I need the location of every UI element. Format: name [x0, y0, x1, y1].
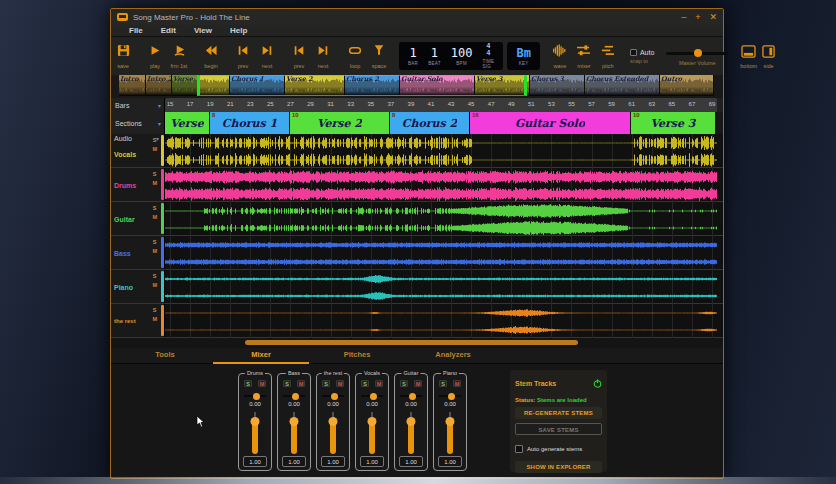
section-chorus-1[interactable]: 8Chorus 1 [210, 112, 290, 134]
bars-header[interactable]: Bars ▾ [111, 98, 165, 112]
from-first-button[interactable]: frm 1st [170, 43, 188, 69]
pan-knob[interactable] [448, 393, 455, 400]
pan-slider[interactable] [400, 395, 422, 397]
volume-fader-knob[interactable] [368, 417, 377, 426]
track-solo-button[interactable]: S [153, 239, 157, 245]
tab-analyzers[interactable]: Analyzers [405, 348, 501, 364]
tab-pitches[interactable]: Pitches [309, 348, 405, 364]
track-header[interactable]: BassSM [111, 236, 165, 269]
track-mute-button[interactable]: M [152, 282, 157, 288]
close-button[interactable]: ✕ [709, 13, 717, 22]
channel-mute-button[interactable]: M [258, 380, 266, 387]
channel-solo-button[interactable]: S [322, 380, 330, 387]
track-solo-button[interactable]: S [153, 205, 157, 211]
song-overview[interactable]: IntroIntro 2Verse 1Chorus 1Verse 2Chorus… [119, 75, 714, 96]
track-header[interactable]: DrumsSM [111, 168, 165, 201]
audio-group-header[interactable]: Audio ▾ [114, 135, 162, 142]
pan-slider[interactable] [439, 395, 461, 397]
menu-item-view[interactable]: View [194, 26, 212, 35]
loop-button[interactable]: loop [346, 43, 364, 69]
overview-segment[interactable]: Chorus Extended [585, 75, 660, 96]
menu-item-file[interactable]: File [129, 26, 143, 35]
volume-fader-knob[interactable] [290, 417, 299, 426]
timeline-scrollbar-track[interactable] [111, 338, 723, 348]
section-chorus-2[interactable]: 8Chorus 2 [390, 112, 470, 134]
bar-ruler[interactable]: 1517192123252729313335373941434547495153… [165, 98, 717, 112]
show-in-explorer-button[interactable]: SHOW IN EXPLORER [515, 461, 602, 473]
tab-tools[interactable]: Tools [117, 348, 213, 364]
track-lane[interactable] [165, 236, 717, 269]
channel-solo-button[interactable]: S [283, 380, 291, 387]
overview-segment[interactable] [200, 75, 230, 96]
track-mute-button[interactable]: M [152, 214, 157, 220]
track-lane[interactable] [165, 168, 717, 201]
channel-solo-button[interactable]: S [361, 380, 369, 387]
pan-knob[interactable] [331, 393, 338, 400]
volume-fader-knob[interactable] [329, 417, 338, 426]
menu-item-help[interactable]: Help [230, 26, 247, 35]
track-mute-button[interactable]: M [152, 248, 157, 254]
regenerate-stems-button[interactable]: RE-GENERATE STEMS [515, 407, 602, 419]
volume-fader-knob[interactable] [251, 417, 260, 426]
pan-slider[interactable] [283, 395, 305, 397]
overview-segment[interactable]: Chorus 1 [230, 75, 285, 96]
channel-mute-button[interactable]: M [453, 380, 461, 387]
pan-knob[interactable] [253, 393, 260, 400]
track-lane[interactable] [165, 134, 717, 167]
overview-segment[interactable]: Intro [119, 75, 146, 96]
pan-slider[interactable] [244, 395, 266, 397]
space-button[interactable]: space [370, 43, 388, 69]
overview-segment[interactable]: Verse 3 [475, 75, 530, 96]
channel-mute-button[interactable]: M [297, 380, 305, 387]
channel-mute-button[interactable]: M [414, 380, 422, 387]
channel-solo-button[interactable]: S [244, 380, 252, 387]
wave-view-button[interactable]: wave [551, 43, 569, 69]
track-solo-button[interactable]: S [153, 171, 157, 177]
channel-mute-button[interactable]: M [375, 380, 383, 387]
overview-segment[interactable]: Outro [660, 75, 714, 96]
channel-solo-button[interactable]: S [400, 380, 408, 387]
section-verse-3[interactable]: 10Verse 3 [631, 112, 716, 134]
channel-mute-button[interactable]: M [336, 380, 344, 387]
pan-knob[interactable] [292, 393, 299, 400]
auto-generate-checkbox[interactable] [515, 445, 523, 453]
overview-segment[interactable]: Chorus 2 [345, 75, 400, 96]
overview-segment[interactable]: Chorus 3 [530, 75, 585, 96]
dock-side-button[interactable]: side [762, 44, 775, 69]
master-volume-slider[interactable] [666, 52, 728, 55]
timeline-scrollbar[interactable] [245, 340, 578, 345]
save-stems-button[interactable]: SAVE STEMS [515, 423, 602, 435]
begin-button[interactable]: begin [202, 43, 220, 69]
section-verse[interactable]: Verse [165, 112, 210, 134]
master-volume-knob[interactable] [694, 49, 702, 57]
power-icon[interactable] [593, 374, 602, 392]
track-mute-button[interactable]: M [152, 180, 157, 186]
track-lane[interactable] [165, 270, 717, 303]
track-lane[interactable] [165, 304, 717, 337]
volume-fader-knob[interactable] [407, 417, 416, 426]
section-guitar-solo[interactable]: 16Guitar Solo [470, 112, 631, 134]
next-section-button[interactable]: next [314, 43, 332, 69]
auto-snap-checkbox[interactable] [630, 49, 637, 56]
pan-slider[interactable] [361, 395, 383, 397]
tab-mixer[interactable]: Mixer [213, 348, 309, 364]
track-mute-button[interactable]: M [152, 146, 157, 152]
mixer-view-button[interactable]: mixer [575, 43, 593, 69]
prev-bar-button[interactable]: prev [234, 43, 252, 69]
track-solo-button[interactable]: S [153, 307, 157, 313]
maximize-button[interactable]: + [695, 13, 700, 22]
track-header[interactable]: the restSM [111, 304, 165, 337]
section-verse-2[interactable]: 10Verse 2 [290, 112, 390, 134]
overview-segment[interactable]: Verse 2 [285, 75, 345, 96]
next-bar-button[interactable]: next [258, 43, 276, 69]
pan-slider[interactable] [322, 395, 344, 397]
play-button[interactable]: play [146, 43, 164, 69]
pan-knob[interactable] [370, 393, 377, 400]
prev-section-button[interactable]: prev [290, 43, 308, 69]
channel-solo-button[interactable]: S [439, 380, 447, 387]
dock-bottom-button[interactable]: bottom [740, 44, 757, 69]
pitch-view-button[interactable]: pitch [599, 43, 617, 69]
track-solo-button[interactable]: S [153, 273, 157, 279]
overview-segment[interactable]: Intro 2 [146, 75, 172, 96]
track-lane[interactable] [165, 202, 717, 235]
